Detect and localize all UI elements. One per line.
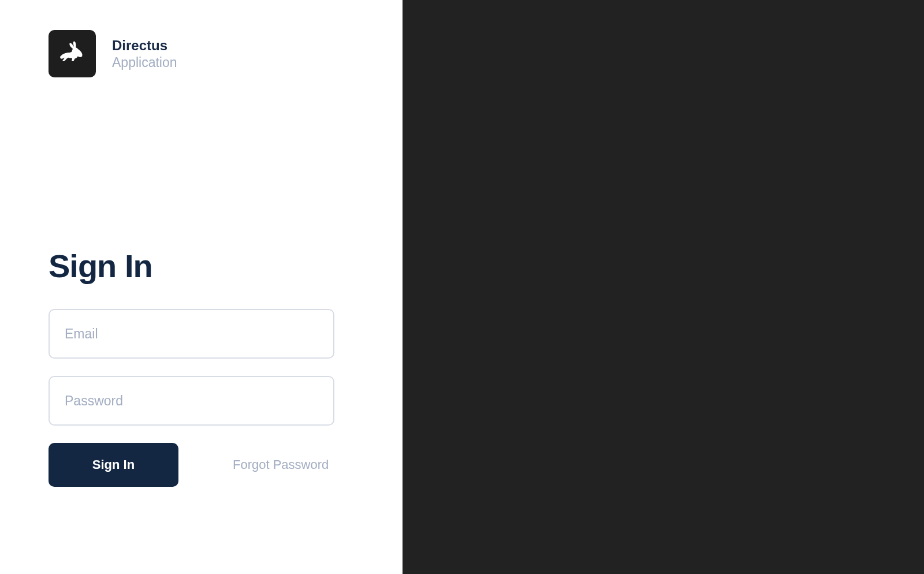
brand-text: Directus Application <box>112 38 177 70</box>
forgot-password-link[interactable]: Forgot Password <box>233 457 329 472</box>
signin-form: Sign In Sign In Forgot Password <box>49 247 354 487</box>
page-title: Sign In <box>49 247 354 285</box>
signin-button[interactable]: Sign In <box>49 443 178 487</box>
email-field[interactable] <box>49 309 334 359</box>
brand-subtitle: Application <box>112 55 177 70</box>
brand-title: Directus <box>112 38 177 54</box>
header: Directus Application <box>49 30 354 77</box>
login-panel: Directus Application Sign In Sign In For… <box>0 0 403 574</box>
background-panel <box>403 0 924 574</box>
password-field[interactable] <box>49 376 334 426</box>
logo-box <box>49 30 96 77</box>
actions-row: Sign In Forgot Password <box>49 443 354 487</box>
rabbit-icon <box>57 37 88 70</box>
